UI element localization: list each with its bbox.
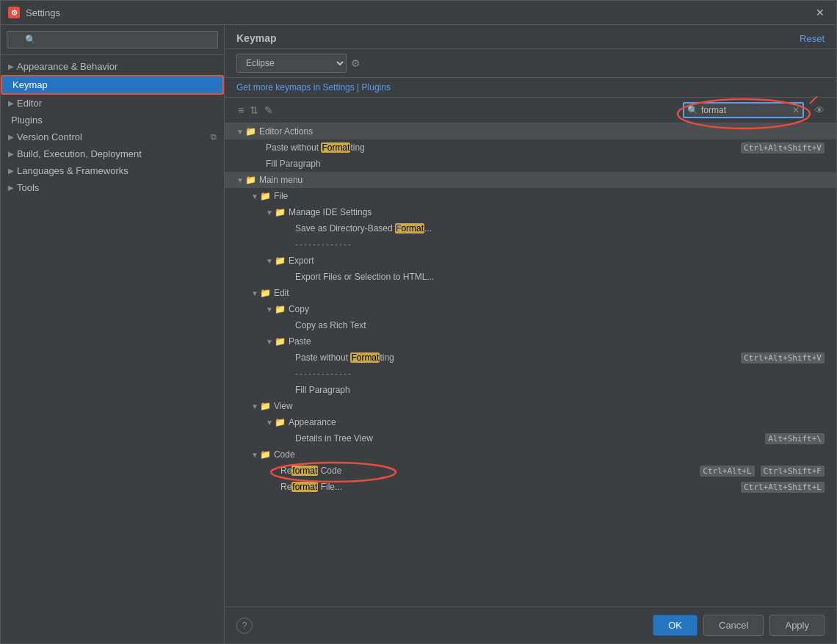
tree-row-details-tree[interactable]: Details in Tree View Alt+Shift+\: [225, 430, 836, 446]
item-label: Reformat Code: [280, 466, 697, 476]
tree-row-export-html[interactable]: Export Files or Selection to HTML...: [225, 269, 836, 285]
section-edit[interactable]: ▼ 📁 Edit: [225, 285, 836, 301]
expand-arrow[interactable]: ▼: [251, 402, 258, 410]
close-button[interactable]: ✕: [811, 5, 829, 20]
shortcut-group: Ctrl+Alt+Shift+V: [738, 142, 825, 153]
expand-arrow[interactable]: ▼: [236, 128, 244, 136]
sidebar-item-appearance[interactable]: ▶ Appearance & Behavior: [1, 58, 224, 75]
right-panel: Keymap Reset Eclipse ⚙ Get more keymaps …: [225, 25, 836, 643]
expand-arrow[interactable]: ▼: [251, 451, 258, 459]
section-copy[interactable]: ▼ 📁 Copy: [225, 301, 836, 317]
shortcut-badge: Ctrl+Alt+Shift+V: [741, 352, 825, 363]
sidebar-item-editor[interactable]: ▶ Editor: [1, 95, 224, 112]
highlight-format: Format: [395, 223, 424, 234]
section-editor-actions[interactable]: ▼ 📁 Editor Actions: [225, 123, 836, 140]
item-label: Paste without Formatting: [295, 352, 738, 363]
reset-button[interactable]: Reset: [800, 33, 825, 44]
expand-arrow[interactable]: ▼: [266, 305, 273, 314]
section-view[interactable]: ▼ 📁 View: [225, 398, 836, 414]
section-main-menu[interactable]: ▼ 📁 Main menu: [225, 172, 836, 188]
expand-arrow[interactable]: ▼: [266, 338, 273, 346]
folder-icon: 📁: [260, 401, 271, 411]
sidebar-item-build[interactable]: ▶ Build, Execution, Deployment: [1, 145, 224, 162]
section-code[interactable]: ▼ 📁 Code: [225, 446, 836, 463]
sidebar-item-keymap[interactable]: Keymap: [1, 75, 224, 95]
section-label: Copy: [289, 304, 825, 314]
search-extra-icon[interactable]: 👁: [814, 104, 825, 116]
folder-icon: 📁: [260, 191, 271, 201]
sidebar-item-vcs[interactable]: ▶ Version Control ⧉: [1, 129, 224, 145]
settings-link[interactable]: Get more keymaps in Settings: [236, 82, 355, 93]
section-file[interactable]: ▼ 📁 File: [225, 188, 836, 204]
section-label: View: [274, 401, 825, 411]
plugins-link[interactable]: Plugins: [362, 82, 391, 93]
search-input[interactable]: [701, 105, 789, 115]
cancel-button[interactable]: Cancel: [703, 615, 764, 636]
expand-arrow[interactable]: ▼: [251, 289, 258, 297]
section-label: Appearance: [289, 417, 825, 427]
sidebar-item-plugins[interactable]: Plugins: [1, 112, 224, 129]
filter-icon-2[interactable]: ⇅: [248, 103, 260, 117]
expand-arrow[interactable]: ▼: [236, 176, 244, 184]
sidebar-item-tools[interactable]: ▶ Tools: [1, 179, 224, 196]
gear-icon[interactable]: ⚙: [351, 57, 360, 69]
apply-button[interactable]: Apply: [769, 615, 825, 636]
arrow-icon: ▶: [8, 184, 14, 192]
item-label: Fill Paragraph: [295, 385, 825, 395]
tree-row-paste-formatting[interactable]: Paste without Formatting Ctrl+Alt+Shift+…: [225, 140, 836, 156]
links-bar: Get more keymaps in Settings | Plugins: [225, 78, 836, 98]
keymap-select-wrapper: Eclipse ⚙: [236, 54, 360, 73]
help-button[interactable]: ?: [236, 618, 253, 634]
tree-row-copy-rich[interactable]: Copy as Rich Text: [225, 317, 836, 333]
right-header: Keymap Reset: [225, 25, 836, 49]
settings-dialog: ⚙ Settings ✕ ▶ Appearance & Behavior Key…: [0, 0, 837, 644]
sidebar-item-label: Appearance & Behavior: [17, 61, 117, 72]
folder-icon: 📁: [275, 256, 286, 266]
section-export[interactable]: ▼ 📁 Export: [225, 253, 836, 269]
search-clear-button[interactable]: ✕: [792, 105, 800, 115]
expand-arrow[interactable]: ▼: [266, 257, 273, 265]
shortcut-group: Alt+Shift+\: [762, 433, 825, 444]
tree-row-reformat-file[interactable]: Reformat File... Ctrl+Alt+Shift+L: [225, 479, 836, 495]
expand-arrow[interactable]: ▼: [266, 209, 273, 217]
folder-icon: 📁: [245, 175, 256, 185]
search-box: 🔍 ✕: [683, 102, 804, 118]
ok-button[interactable]: OK: [653, 615, 698, 636]
sidebar-item-label: Tools: [17, 182, 39, 193]
folder-icon: 📁: [260, 288, 271, 298]
keymap-select[interactable]: Eclipse: [236, 54, 347, 73]
tree-row-paste-format-2[interactable]: Paste without Formatting Ctrl+Alt+Shift+…: [225, 350, 836, 366]
tree-row-reformat-code[interactable]: Reformat Code Ctrl+Alt+L Ctrl+Shift+F: [225, 463, 836, 479]
section-paste[interactable]: ▼ 📁 Paste: [225, 333, 836, 350]
tree-row-separator-1: -------------: [225, 236, 836, 253]
expand-arrow[interactable]: ▼: [251, 192, 258, 200]
separator-line: -------------: [295, 239, 825, 250]
section-label: Manage IDE Settings: [289, 207, 825, 217]
section-manage-ide[interactable]: ▼ 📁 Manage IDE Settings: [225, 204, 836, 220]
panel-title: Keymap: [236, 32, 800, 44]
folder-icon: 📁: [275, 417, 286, 427]
item-label: Copy as Rich Text: [295, 320, 825, 330]
section-appearance[interactable]: ▼ 📁 Appearance: [225, 414, 836, 430]
item-label: Reformat File...: [280, 482, 738, 492]
highlight-format: Format: [321, 142, 350, 153]
expand-arrow[interactable]: ▼: [266, 419, 273, 427]
section-label: Editor Actions: [259, 126, 825, 137]
folder-icon: 📁: [245, 126, 256, 137]
arrow-icon: ▶: [8, 133, 14, 141]
edit-icon[interactable]: ✎: [263, 103, 275, 117]
sidebar-item-languages[interactable]: ▶ Languages & Frameworks: [1, 162, 224, 179]
arrow-icon: ▶: [8, 167, 14, 175]
tree-row-save-as-dir[interactable]: Save as Directory-Based Format...: [225, 220, 836, 236]
tree-row-fill-paragraph-2[interactable]: Fill Paragraph: [225, 382, 836, 398]
separator-line: -------------: [295, 369, 825, 379]
app-icon: ⚙: [8, 7, 20, 18]
sidebar-search-container: [1, 25, 224, 55]
shortcut-badge: Alt+Shift+\: [765, 433, 825, 444]
section-label: Main menu: [259, 175, 825, 185]
filter-icon-1[interactable]: ≡: [236, 103, 245, 117]
item-label: Paste without Formatting: [266, 142, 738, 153]
sidebar-search-input[interactable]: [7, 31, 218, 48]
tree-row-fill-paragraph[interactable]: Fill Paragraph: [225, 156, 836, 172]
shortcut-badge: Ctrl+Alt+Shift+L: [741, 482, 825, 493]
